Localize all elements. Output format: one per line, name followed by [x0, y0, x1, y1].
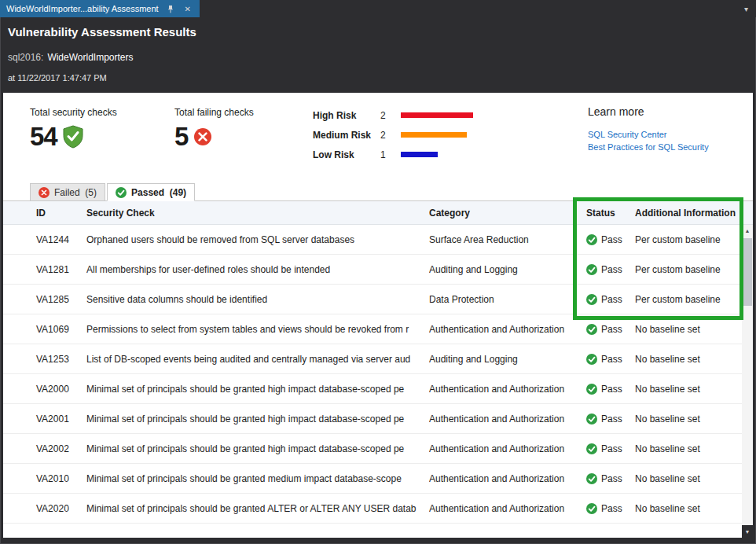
row-security-check: Permissions to select from system tables… [86, 324, 429, 335]
row-category: Authentication and Authorization [429, 473, 586, 484]
row-category: Data Protection [429, 294, 586, 305]
risk-bar [401, 132, 467, 138]
row-status: Pass [586, 264, 635, 275]
learn-more-link[interactable]: SQL Security Center [588, 128, 709, 141]
row-additional-info: No baseline set [635, 384, 753, 395]
row-security-check: Minimal set of principals should be gran… [86, 414, 429, 425]
row-additional-info: Per custom baseline [635, 264, 753, 275]
tab-failed[interactable]: Failed (5) [30, 183, 105, 200]
table-row[interactable]: VA1244Orphaned users should be removed f… [3, 225, 753, 255]
row-additional-info: No baseline set [635, 414, 753, 425]
results-panel: Total security checks 54 Total failing c… [3, 93, 753, 538]
row-security-check: Minimal set of principals should be gran… [86, 443, 429, 454]
row-id: VA1285 [3, 294, 86, 305]
failed-icon [39, 187, 50, 198]
row-status: Pass [586, 324, 635, 335]
database-name: WideWorldImporters [47, 52, 133, 63]
tab-strip: Failed (5)Passed (49) [3, 182, 753, 201]
risk-bar [401, 112, 473, 118]
pass-icon [586, 443, 597, 454]
table-row[interactable]: VA1281All memberships for user-defined r… [3, 255, 753, 285]
row-status: Pass [586, 354, 635, 365]
learn-more-title: Learn more [588, 105, 709, 118]
pass-icon [586, 473, 597, 484]
server-line: sql2016:WideWorldImporters [8, 52, 748, 63]
scroll-up-icon[interactable]: ▲ [742, 225, 753, 237]
chevron-down-icon[interactable]: ▾ [744, 5, 756, 13]
row-status-text: Pass [601, 473, 622, 484]
table-row[interactable]: VA2002Minimal set of principals should b… [3, 434, 753, 464]
tab-label: Passed (49) [131, 187, 186, 198]
risk-count: 2 [380, 130, 401, 141]
document-tab-label: WideWorldImporter...ability Assessment [6, 4, 159, 13]
row-security-check: Minimal set of principals should be gran… [86, 503, 429, 514]
column-header-security-check[interactable]: Security Check [86, 208, 429, 219]
vertical-scrollbar[interactable]: ▲ ▼ [742, 225, 753, 538]
table-row[interactable]: VA1069Permissions to select from system … [3, 314, 753, 344]
row-id: VA2002 [3, 443, 86, 454]
column-header-id[interactable]: ID [3, 208, 86, 219]
table-header: ID Security Check Category Status Additi… [3, 201, 753, 225]
row-security-check: Minimal set of principals should be gran… [86, 473, 429, 484]
row-status-text: Pass [601, 443, 622, 454]
close-icon[interactable]: ✕ [182, 3, 193, 14]
row-category: Authentication and Authorization [429, 324, 586, 335]
pass-icon [586, 294, 597, 305]
row-security-check: Minimal set of principals should be gran… [86, 384, 429, 395]
row-id: VA2020 [3, 503, 86, 514]
row-additional-info: No baseline set [635, 324, 753, 335]
row-id: VA2000 [3, 384, 86, 395]
failing-checks-label: Total failing checks [174, 107, 254, 118]
row-category: Authentication and Authorization [429, 384, 586, 395]
failing-checks-value: 5 [174, 122, 188, 152]
pass-icon [586, 384, 597, 395]
document-tab[interactable]: WideWorldImporter...ability Assessment ✕ [0, 0, 200, 17]
column-header-additional-information[interactable]: Additional Information [635, 208, 753, 219]
learn-more-links: SQL Security CenterBest Practices for SQ… [588, 128, 709, 153]
row-status-text: Pass [601, 234, 622, 245]
fail-circle-icon [193, 127, 212, 146]
tab-passed[interactable]: Passed (49) [107, 183, 195, 201]
row-security-check: List of DB-scoped events being audited a… [86, 354, 429, 365]
learn-more-link[interactable]: Best Practices for SQL Security [588, 141, 709, 153]
scroll-down-icon[interactable]: ▼ [742, 525, 753, 538]
table-row[interactable]: VA2000Minimal set of principals should b… [3, 374, 753, 404]
risk-count: 1 [380, 149, 401, 160]
failing-checks-metric: Total failing checks 5 [174, 107, 254, 152]
row-id: VA1281 [3, 264, 86, 275]
table-row[interactable]: VA1285Sensitive data columns should be i… [3, 285, 753, 314]
row-status: Pass [586, 473, 635, 484]
total-checks-metric: Total security checks 54 [30, 107, 117, 152]
total-checks-value: 54 [30, 122, 57, 152]
shield-check-icon [63, 125, 83, 149]
row-additional-info: No baseline set [635, 354, 753, 365]
table-row[interactable]: VA2020Minimal set of principals should b… [3, 494, 753, 524]
table-body: VA1244Orphaned users should be removed f… [3, 225, 753, 524]
title-bar: WideWorldImporter...ability Assessment ✕… [0, 0, 756, 17]
row-security-check: All memberships for user-defined roles s… [86, 264, 429, 275]
risk-row: Low Risk1 [313, 145, 473, 164]
row-category: Auditing and Logging [429, 264, 586, 275]
row-category: Auditing and Logging [429, 354, 586, 365]
pass-icon [586, 354, 597, 365]
report-header: Vulnerability Assessment Results sql2016… [0, 17, 756, 83]
table-row[interactable]: VA1253List of DB-scoped events being aud… [3, 344, 753, 374]
tab-label: Failed (5) [54, 187, 97, 198]
column-header-status[interactable]: Status [586, 208, 635, 219]
row-security-check: Orphaned users should be removed from SQ… [86, 234, 429, 245]
row-status-text: Pass [601, 324, 622, 335]
row-additional-info: No baseline set [635, 503, 753, 514]
risk-label: High Risk [313, 110, 380, 121]
row-status: Pass [586, 443, 635, 454]
row-category: Surface Area Reduction [429, 234, 586, 245]
row-additional-info: Per custom baseline [635, 234, 753, 245]
risk-bar [401, 152, 438, 157]
row-id: VA1069 [3, 324, 86, 335]
row-id: VA1244 [3, 234, 86, 245]
row-id: VA1253 [3, 354, 86, 365]
scrollbar-thumb[interactable] [743, 238, 752, 306]
column-header-category[interactable]: Category [429, 208, 586, 219]
table-row[interactable]: VA2001Minimal set of principals should b… [3, 404, 753, 434]
pin-icon[interactable] [165, 3, 176, 14]
table-row[interactable]: VA2010Minimal set of principals should b… [3, 464, 753, 494]
